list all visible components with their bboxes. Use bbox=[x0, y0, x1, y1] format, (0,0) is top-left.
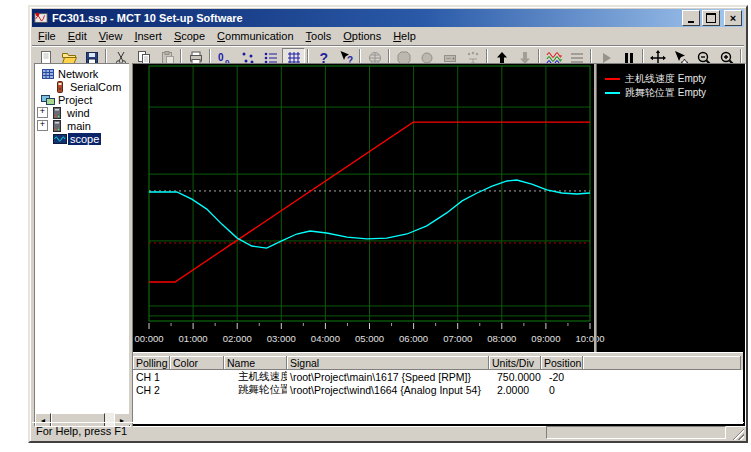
minimize-icon bbox=[688, 21, 694, 23]
tree-item-network[interactable]: Network bbox=[35, 67, 130, 80]
tree-item-label[interactable]: Project bbox=[56, 94, 94, 106]
cell-position: 0 bbox=[541, 384, 583, 396]
legend-entry-ch2: 跳舞轮位置 Empty bbox=[605, 86, 706, 100]
legend-label: 主机线速度 Empty bbox=[625, 72, 706, 86]
cell-color bbox=[170, 371, 224, 383]
column-header-unitsdiv[interactable]: Units/Div bbox=[489, 356, 541, 370]
title-bar[interactable]: FC301.ssp - MCT 10 Set-up Software × bbox=[32, 9, 744, 27]
menu-insert[interactable]: Insert bbox=[128, 29, 168, 43]
expand-toggle[interactable]: + bbox=[37, 120, 48, 131]
scope-pane: 00:00001:00002:00003:00004:00005:00006:0… bbox=[132, 63, 746, 427]
status-field bbox=[546, 426, 726, 439]
expand-toggle[interactable]: + bbox=[37, 107, 48, 118]
x-tick-label: 08:000 bbox=[487, 333, 516, 344]
column-header-color[interactable]: Color bbox=[170, 356, 224, 370]
svg-text:0: 0 bbox=[218, 52, 224, 63]
cell-name: 主机线速度 bbox=[224, 370, 287, 384]
cell-units-div: 2.0000 bbox=[489, 384, 541, 396]
menu-edit[interactable]: Edit bbox=[62, 29, 93, 43]
menu-options[interactable]: Options bbox=[337, 29, 387, 43]
menu-scope[interactable]: Scope bbox=[168, 29, 211, 43]
channel-table: PollingColorNameSignalUnits/DivPosition … bbox=[133, 356, 743, 424]
scope-icon bbox=[53, 133, 68, 145]
tree-item-serialcom[interactable]: SerialCom bbox=[35, 80, 130, 93]
desktop: { "window": { "title": "FC301.ssp - MCT … bbox=[0, 0, 751, 452]
minimize-button[interactable] bbox=[682, 10, 700, 26]
menu-file[interactable]: File bbox=[32, 29, 62, 43]
x-tick-label: 03:000 bbox=[267, 333, 296, 344]
menu-help[interactable]: Help bbox=[387, 29, 422, 43]
client-area: NetworkSerialComProject+wind+mainscope ◄… bbox=[32, 63, 744, 427]
menu-communication[interactable]: Communication bbox=[211, 29, 299, 43]
cell-polling: CH 2 bbox=[133, 384, 170, 396]
channel-table-header: PollingColorNameSignalUnits/DivPosition bbox=[133, 356, 743, 370]
app-window: FC301.ssp - MCT 10 Set-up Software × Fil… bbox=[28, 5, 748, 443]
legend-color-key bbox=[605, 92, 620, 94]
tree-item-label[interactable]: scope bbox=[68, 133, 101, 145]
maximize-icon bbox=[706, 13, 716, 23]
column-header-signal[interactable]: Signal bbox=[287, 356, 489, 370]
tree-item-label[interactable]: Network bbox=[56, 68, 100, 80]
menu-tools[interactable]: Tools bbox=[300, 29, 338, 43]
status-bar: For Help, press F1 bbox=[32, 422, 744, 439]
legend-color-key bbox=[605, 78, 620, 80]
x-tick-label: 07:000 bbox=[443, 333, 472, 344]
scope-legend: 主机线速度 Empty跳舞轮位置 Empty bbox=[605, 72, 706, 100]
maximize-button[interactable] bbox=[702, 10, 720, 26]
channel-table-body: CH 1主机线速度\root\Project\main\1617 {Speed … bbox=[133, 370, 743, 396]
x-tick-label: 00:000 bbox=[134, 333, 163, 344]
column-header-position[interactable]: Position bbox=[541, 356, 583, 370]
channel-row-ch2[interactable]: CH 2跳舞轮位置\root\Project\wind\1664 {Analog… bbox=[133, 383, 743, 396]
tree-item-label[interactable]: wind bbox=[65, 107, 92, 119]
x-tick-label: 02:000 bbox=[223, 333, 252, 344]
window-title: FC301.ssp - MCT 10 Set-up Software bbox=[52, 12, 680, 24]
x-tick-label: 01:000 bbox=[179, 333, 208, 344]
app-icon bbox=[34, 11, 48, 25]
close-icon: × bbox=[730, 13, 736, 23]
scope-chart[interactable]: 00:00001:00002:00003:00004:00005:00006:0… bbox=[133, 64, 743, 352]
tree-item-scope[interactable]: scope bbox=[35, 132, 130, 145]
serial-icon bbox=[53, 81, 68, 93]
legend-divider bbox=[594, 64, 597, 352]
x-tick-label: 04:000 bbox=[311, 333, 340, 344]
legend-entry-ch1: 主机线速度 Empty bbox=[605, 72, 706, 86]
tree-item-wind[interactable]: +wind bbox=[35, 106, 130, 119]
x-tick-label: 09:000 bbox=[531, 333, 560, 344]
cell-name: 跳舞轮位置 bbox=[224, 383, 287, 397]
tree-item-label[interactable]: main bbox=[65, 120, 93, 132]
cell-signal: \root\Project\wind\1664 {Analog Input 54… bbox=[287, 384, 489, 396]
cell-position: -20 bbox=[541, 371, 583, 383]
drive-icon bbox=[50, 107, 65, 119]
column-header-filler bbox=[583, 356, 741, 370]
project-icon bbox=[41, 94, 56, 106]
x-tick-label: 10:000 bbox=[575, 333, 604, 344]
legend-label: 跳舞轮位置 Empty bbox=[625, 86, 706, 100]
tree-item-project[interactable]: Project bbox=[35, 93, 130, 106]
status-text: For Help, press F1 bbox=[36, 425, 127, 437]
menu-bar: FileEditViewInsertScopeCommunicationTool… bbox=[32, 28, 744, 44]
drive-icon bbox=[50, 120, 65, 132]
channel-row-ch1[interactable]: CH 1主机线速度\root\Project\main\1617 {Speed … bbox=[133, 370, 743, 383]
network-icon bbox=[41, 68, 56, 80]
column-header-name[interactable]: Name bbox=[224, 356, 287, 370]
menu-view[interactable]: View bbox=[93, 29, 129, 43]
cell-units-div: 750.0000 bbox=[489, 371, 541, 383]
tree-item-label[interactable]: SerialCom bbox=[68, 81, 123, 93]
column-header-polling[interactable]: Polling bbox=[133, 356, 170, 370]
x-tick-label: 05:000 bbox=[355, 333, 384, 344]
cell-polling: CH 1 bbox=[133, 371, 170, 383]
cell-color bbox=[170, 384, 224, 396]
scope-view[interactable]: 00:00001:00002:00003:00004:00005:00006:0… bbox=[133, 64, 743, 352]
x-tick-label: 06:000 bbox=[399, 333, 428, 344]
close-button[interactable]: × bbox=[724, 10, 742, 26]
project-tree-panel: NetworkSerialComProject+wind+mainscope ◄… bbox=[34, 63, 131, 427]
project-tree: NetworkSerialComProject+wind+mainscope bbox=[35, 67, 130, 145]
tree-item-main[interactable]: +main bbox=[35, 119, 130, 132]
resize-grip[interactable] bbox=[732, 428, 744, 440]
cell-signal: \root\Project\main\1617 {Speed [RPM]} bbox=[287, 371, 489, 383]
